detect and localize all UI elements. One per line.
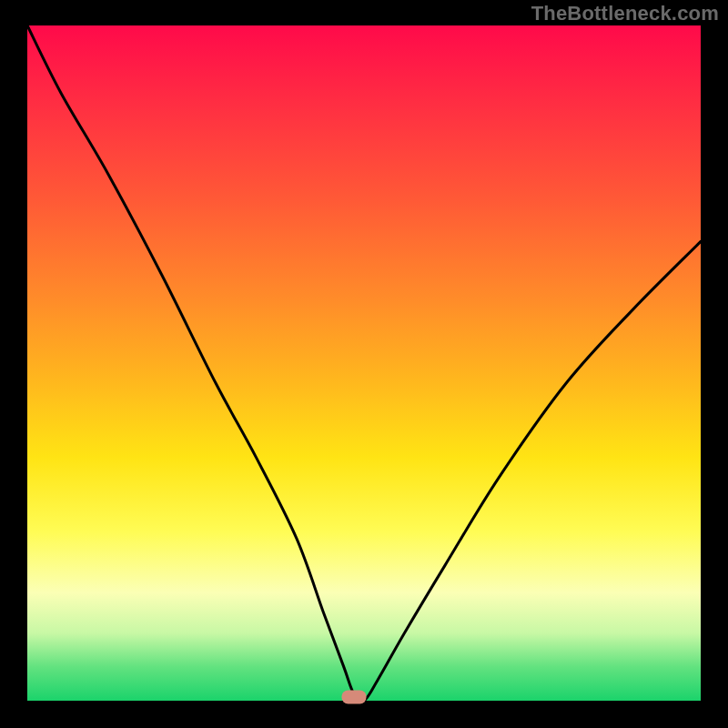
watermark-text: TheBottleneck.com xyxy=(531,2,719,25)
optimal-marker xyxy=(341,691,366,704)
plot-area xyxy=(27,25,701,701)
bottleneck-curve xyxy=(27,25,701,701)
chart-frame: TheBottleneck.com xyxy=(0,0,728,728)
